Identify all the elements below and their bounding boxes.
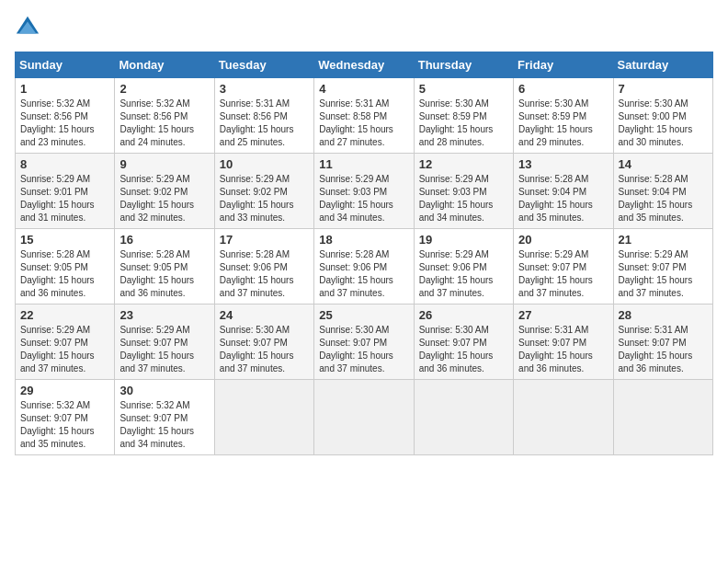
day-number: 19 — [419, 233, 508, 247]
day-number: 13 — [518, 157, 608, 171]
day-info: Sunrise: 5:32 AM Sunset: 8:56 PM Dayligh… — [20, 98, 109, 149]
table-cell: 4Sunrise: 5:31 AM Sunset: 8:58 PM Daylig… — [314, 78, 414, 154]
day-info: Sunrise: 5:32 AM Sunset: 8:56 PM Dayligh… — [119, 98, 209, 149]
table-cell — [314, 380, 414, 455]
day-number: 2 — [119, 82, 209, 96]
table-cell: 27Sunrise: 5:31 AM Sunset: 9:07 PM Dayli… — [514, 304, 613, 380]
calendar-week-3: 15Sunrise: 5:28 AM Sunset: 9:05 PM Dayli… — [16, 229, 713, 304]
day-number: 22 — [20, 308, 109, 322]
day-info: Sunrise: 5:29 AM Sunset: 9:07 PM Dayligh… — [119, 324, 209, 375]
table-cell: 22Sunrise: 5:29 AM Sunset: 9:07 PM Dayli… — [16, 304, 115, 380]
table-cell: 1Sunrise: 5:32 AM Sunset: 8:56 PM Daylig… — [16, 78, 115, 154]
day-number: 25 — [319, 308, 408, 322]
table-cell: 3Sunrise: 5:31 AM Sunset: 8:56 PM Daylig… — [214, 78, 313, 154]
day-number: 16 — [119, 233, 209, 247]
day-info: Sunrise: 5:28 AM Sunset: 9:04 PM Dayligh… — [518, 173, 608, 224]
calendar-header-row: Sunday Monday Tuesday Wednesday Thursday… — [16, 52, 713, 78]
table-cell: 6Sunrise: 5:30 AM Sunset: 8:59 PM Daylig… — [514, 78, 613, 154]
table-cell: 29Sunrise: 5:32 AM Sunset: 9:07 PM Dayli… — [16, 380, 115, 455]
day-number: 3 — [220, 82, 309, 96]
day-number: 7 — [619, 82, 708, 96]
day-info: Sunrise: 5:31 AM Sunset: 8:58 PM Dayligh… — [319, 98, 408, 149]
table-cell: 30Sunrise: 5:32 AM Sunset: 9:07 PM Dayli… — [115, 380, 214, 455]
col-tuesday: Tuesday — [214, 52, 313, 78]
day-number: 6 — [518, 82, 608, 96]
day-info: Sunrise: 5:29 AM Sunset: 9:03 PM Dayligh… — [419, 173, 508, 224]
table-cell: 7Sunrise: 5:30 AM Sunset: 9:00 PM Daylig… — [613, 78, 712, 154]
day-number: 20 — [518, 233, 608, 247]
table-cell: 25Sunrise: 5:30 AM Sunset: 9:07 PM Dayli… — [314, 304, 414, 380]
day-info: Sunrise: 5:31 AM Sunset: 9:07 PM Dayligh… — [518, 324, 608, 375]
day-number: 5 — [419, 82, 508, 96]
day-number: 28 — [619, 308, 708, 322]
col-monday: Monday — [115, 52, 214, 78]
day-info: Sunrise: 5:31 AM Sunset: 9:07 PM Dayligh… — [619, 324, 708, 375]
table-cell: 14Sunrise: 5:28 AM Sunset: 9:04 PM Dayli… — [613, 154, 712, 229]
day-info: Sunrise: 5:31 AM Sunset: 8:56 PM Dayligh… — [220, 98, 309, 149]
calendar-week-2: 8Sunrise: 5:29 AM Sunset: 9:01 PM Daylig… — [16, 154, 713, 229]
day-info: Sunrise: 5:30 AM Sunset: 8:59 PM Dayligh… — [518, 98, 608, 149]
day-info: Sunrise: 5:32 AM Sunset: 9:07 PM Dayligh… — [119, 399, 209, 451]
day-info: Sunrise: 5:29 AM Sunset: 9:02 PM Dayligh… — [119, 173, 209, 224]
table-cell — [613, 380, 712, 455]
table-cell: 24Sunrise: 5:30 AM Sunset: 9:07 PM Dayli… — [214, 304, 313, 380]
col-thursday: Thursday — [414, 52, 513, 78]
day-info: Sunrise: 5:29 AM Sunset: 9:07 PM Dayligh… — [619, 248, 708, 300]
table-cell — [214, 380, 313, 455]
table-cell: 16Sunrise: 5:28 AM Sunset: 9:05 PM Dayli… — [115, 229, 214, 304]
day-number: 24 — [220, 308, 309, 322]
table-cell: 12Sunrise: 5:29 AM Sunset: 9:03 PM Dayli… — [414, 154, 513, 229]
table-cell: 23Sunrise: 5:29 AM Sunset: 9:07 PM Dayli… — [115, 304, 214, 380]
table-cell: 5Sunrise: 5:30 AM Sunset: 8:59 PM Daylig… — [414, 78, 513, 154]
day-info: Sunrise: 5:30 AM Sunset: 8:59 PM Dayligh… — [419, 98, 508, 149]
day-info: Sunrise: 5:29 AM Sunset: 9:02 PM Dayligh… — [220, 173, 309, 224]
day-info: Sunrise: 5:29 AM Sunset: 9:06 PM Dayligh… — [419, 248, 508, 300]
day-number: 14 — [619, 157, 708, 171]
table-cell: 11Sunrise: 5:29 AM Sunset: 9:03 PM Dayli… — [314, 154, 414, 229]
day-number: 26 — [419, 308, 508, 322]
day-number: 17 — [220, 233, 309, 247]
table-cell: 28Sunrise: 5:31 AM Sunset: 9:07 PM Dayli… — [613, 304, 712, 380]
day-number: 21 — [619, 233, 708, 247]
table-cell: 2Sunrise: 5:32 AM Sunset: 8:56 PM Daylig… — [115, 78, 214, 154]
table-cell: 18Sunrise: 5:28 AM Sunset: 9:06 PM Dayli… — [314, 229, 414, 304]
day-info: Sunrise: 5:32 AM Sunset: 9:07 PM Dayligh… — [20, 399, 109, 451]
day-number: 18 — [319, 233, 408, 247]
day-number: 11 — [319, 157, 408, 171]
table-cell: 15Sunrise: 5:28 AM Sunset: 9:05 PM Dayli… — [16, 229, 115, 304]
day-info: Sunrise: 5:30 AM Sunset: 9:07 PM Dayligh… — [419, 324, 508, 375]
day-info: Sunrise: 5:29 AM Sunset: 9:07 PM Dayligh… — [518, 248, 608, 300]
day-number: 9 — [119, 157, 209, 171]
col-friday: Friday — [514, 52, 613, 78]
col-sunday: Sunday — [16, 52, 115, 78]
table-cell: 20Sunrise: 5:29 AM Sunset: 9:07 PM Dayli… — [514, 229, 613, 304]
table-cell: 26Sunrise: 5:30 AM Sunset: 9:07 PM Dayli… — [414, 304, 513, 380]
day-info: Sunrise: 5:30 AM Sunset: 9:07 PM Dayligh… — [220, 324, 309, 375]
day-number: 4 — [319, 82, 408, 96]
day-info: Sunrise: 5:28 AM Sunset: 9:05 PM Dayligh… — [119, 248, 209, 300]
calendar-week-4: 22Sunrise: 5:29 AM Sunset: 9:07 PM Dayli… — [16, 304, 713, 380]
day-info: Sunrise: 5:30 AM Sunset: 9:00 PM Dayligh… — [619, 98, 708, 149]
day-number: 30 — [119, 384, 209, 397]
day-info: Sunrise: 5:28 AM Sunset: 9:05 PM Dayligh… — [20, 248, 109, 300]
logo-icon — [15, 15, 40, 40]
table-cell: 9Sunrise: 5:29 AM Sunset: 9:02 PM Daylig… — [115, 154, 214, 229]
day-info: Sunrise: 5:29 AM Sunset: 9:01 PM Dayligh… — [20, 173, 109, 224]
day-number: 27 — [518, 308, 608, 322]
day-info: Sunrise: 5:28 AM Sunset: 9:04 PM Dayligh… — [619, 173, 708, 224]
calendar-week-5: 29Sunrise: 5:32 AM Sunset: 9:07 PM Dayli… — [16, 380, 713, 455]
table-cell: 21Sunrise: 5:29 AM Sunset: 9:07 PM Dayli… — [613, 229, 712, 304]
table-cell: 17Sunrise: 5:28 AM Sunset: 9:06 PM Dayli… — [214, 229, 313, 304]
table-cell: 19Sunrise: 5:29 AM Sunset: 9:06 PM Dayli… — [414, 229, 513, 304]
table-cell: 13Sunrise: 5:28 AM Sunset: 9:04 PM Dayli… — [514, 154, 613, 229]
day-number: 8 — [20, 157, 109, 171]
page-header — [15, 15, 713, 40]
logo — [15, 15, 44, 40]
day-number: 1 — [20, 82, 109, 96]
day-info: Sunrise: 5:28 AM Sunset: 9:06 PM Dayligh… — [319, 248, 408, 300]
day-info: Sunrise: 5:28 AM Sunset: 9:06 PM Dayligh… — [220, 248, 309, 300]
day-number: 10 — [220, 157, 309, 171]
day-info: Sunrise: 5:29 AM Sunset: 9:03 PM Dayligh… — [319, 173, 408, 224]
calendar-week-1: 1Sunrise: 5:32 AM Sunset: 8:56 PM Daylig… — [16, 78, 713, 154]
table-cell — [514, 380, 613, 455]
